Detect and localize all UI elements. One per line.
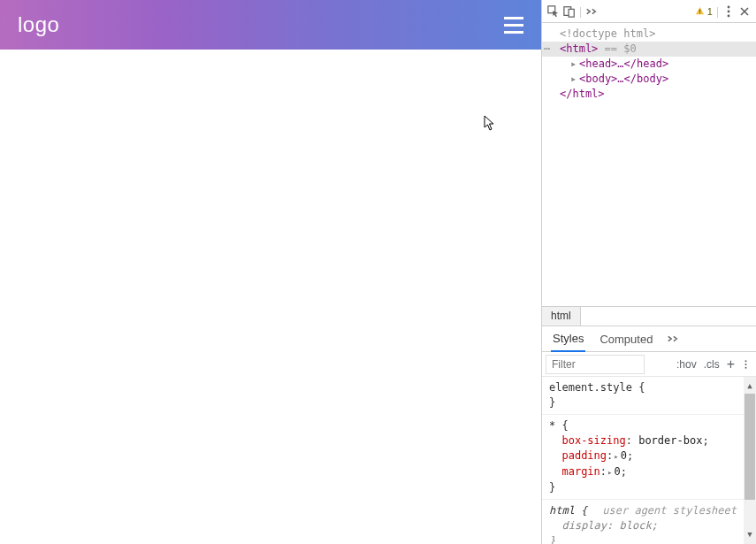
tab-computed[interactable]: Computed bbox=[598, 327, 654, 351]
styles-scrollbar[interactable]: ▲ ▼ bbox=[744, 377, 756, 544]
dom-breadcrumbs: html bbox=[542, 306, 756, 326]
styles-overflow-icon[interactable] bbox=[742, 358, 749, 371]
svg-point-7 bbox=[728, 14, 730, 17]
rule-element-style[interactable]: element.style { } bbox=[542, 377, 744, 415]
logo-text: logo bbox=[18, 12, 59, 37]
warnings-count: 1 bbox=[707, 6, 713, 17]
styles-toolbar: :hov .cls + bbox=[542, 352, 756, 377]
styles-tabs-overflow-icon[interactable] bbox=[667, 333, 679, 345]
dom-doctype[interactable]: <!doctype html> bbox=[560, 27, 655, 40]
kebab-menu-icon[interactable] bbox=[722, 5, 735, 18]
page-header: logo bbox=[0, 0, 541, 50]
cls-toggle[interactable]: .cls bbox=[704, 358, 720, 371]
svg-point-10 bbox=[745, 366, 746, 368]
hamburger-menu-icon[interactable] bbox=[504, 17, 523, 34]
dom-node-body[interactable]: ▸<body>…</body> bbox=[542, 72, 756, 87]
svg-point-8 bbox=[745, 360, 746, 362]
dom-tree[interactable]: <!doctype html> ⋯<html> == $0 ▸<head>…</… bbox=[542, 23, 756, 306]
hov-toggle[interactable]: :hov bbox=[676, 358, 697, 371]
scroll-down-icon[interactable]: ▼ bbox=[747, 527, 752, 542]
rule-html-ua[interactable]: html {user agent stylesheet display: blo… bbox=[542, 500, 744, 544]
inspect-element-icon[interactable] bbox=[547, 5, 560, 18]
svg-rect-2 bbox=[569, 9, 574, 17]
devtools-toolbar: | 1 | bbox=[542, 0, 756, 23]
svg-point-5 bbox=[728, 5, 730, 8]
svg-point-9 bbox=[745, 364, 746, 365]
devtools-panel: | 1 | <!doctype html> ⋯<html> == $0 ▸<he… bbox=[541, 0, 756, 544]
breadcrumb-html[interactable]: html bbox=[542, 307, 581, 326]
new-style-rule-icon[interactable]: + bbox=[727, 358, 735, 371]
mouse-cursor-icon bbox=[484, 115, 496, 134]
device-toolbar-icon[interactable] bbox=[563, 5, 576, 18]
svg-point-6 bbox=[728, 10, 730, 12]
close-icon[interactable] bbox=[738, 5, 751, 18]
dom-node-html-close[interactable]: </html> bbox=[542, 87, 756, 102]
scroll-up-icon[interactable]: ▲ bbox=[747, 379, 752, 394]
styles-filter-input[interactable] bbox=[546, 355, 645, 374]
page-viewport: logo bbox=[0, 0, 541, 544]
svg-rect-4 bbox=[699, 12, 700, 13]
styles-pane-tabs: Styles Computed bbox=[542, 326, 756, 352]
tabs-overflow-icon[interactable] bbox=[585, 5, 598, 18]
svg-rect-3 bbox=[699, 10, 700, 12]
styles-rules[interactable]: ▲ ▼ element.style { } * { box-sizing: bo… bbox=[542, 377, 756, 544]
tab-styles[interactable]: Styles bbox=[551, 326, 585, 352]
dom-node-head[interactable]: ▸<head>…</head> bbox=[542, 57, 756, 72]
dom-node-html[interactable]: ⋯<html> == $0 bbox=[542, 42, 756, 57]
warnings-badge[interactable]: 1 bbox=[695, 6, 713, 17]
rule-universal[interactable]: * { box-sizing: border-box; padding:0; m… bbox=[542, 415, 744, 500]
